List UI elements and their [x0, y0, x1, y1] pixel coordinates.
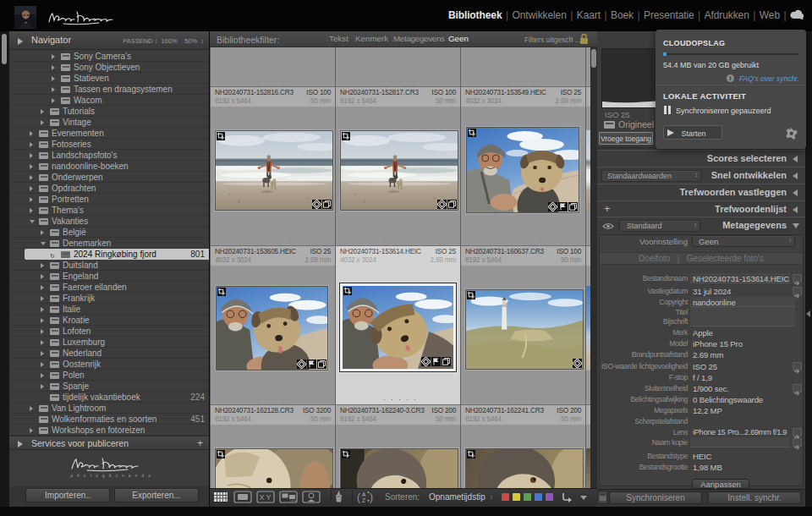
svg-text:↕: ↕ [490, 494, 493, 500]
svg-text:Opnametijdstip: Opnametijdstip [429, 492, 486, 502]
svg-text:X: X [260, 493, 265, 502]
svg-text:Z: Z [362, 497, 365, 503]
svg-text:): ) [370, 491, 373, 503]
svg-text:Y: Y [266, 493, 272, 502]
svg-text:Sorteren:: Sorteren: [385, 492, 420, 502]
svg-text:(: ( [357, 491, 360, 503]
svg-text:w w w . p h o t o g b y n a n: w w w . p h o t o g b y n a n d o . c o … [69, 474, 153, 478]
